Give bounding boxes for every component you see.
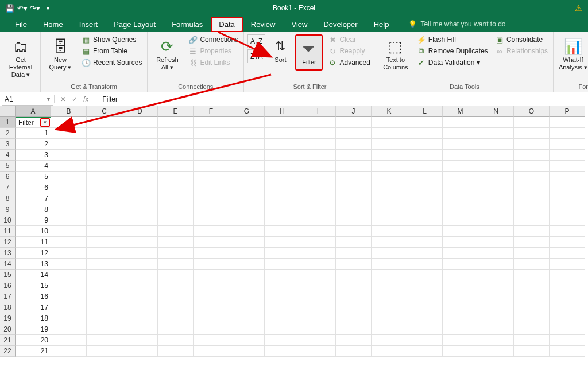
cell-F13[interactable] bbox=[194, 248, 229, 259]
cell-N10[interactable] bbox=[478, 215, 514, 226]
edit-links-button[interactable]: ⛓Edit Links bbox=[187, 57, 240, 68]
cell-J12[interactable] bbox=[336, 237, 372, 248]
cell-C1[interactable] bbox=[87, 117, 122, 128]
cell-I16[interactable] bbox=[300, 280, 336, 291]
save-icon[interactable]: 💾 bbox=[5, 3, 15, 13]
cell-I8[interactable] bbox=[300, 193, 336, 204]
cell-C9[interactable] bbox=[87, 204, 122, 215]
cell-F1[interactable] bbox=[194, 117, 229, 128]
cell-N8[interactable] bbox=[478, 193, 514, 204]
cell-L18[interactable] bbox=[407, 302, 443, 313]
cell-I11[interactable] bbox=[300, 226, 336, 237]
cell-P6[interactable] bbox=[550, 172, 585, 182]
cell-N22[interactable] bbox=[478, 346, 514, 357]
get-external-data-button[interactable]: 🗂 Get External Data ▾ bbox=[5, 34, 37, 81]
cell-N6[interactable] bbox=[478, 172, 514, 182]
col-header-J[interactable]: J bbox=[336, 106, 372, 117]
cell-G17[interactable] bbox=[229, 291, 265, 302]
cell-J13[interactable] bbox=[336, 248, 372, 259]
col-header-N[interactable]: N bbox=[478, 106, 514, 117]
cell-O6[interactable] bbox=[514, 172, 550, 182]
tab-file[interactable]: File bbox=[7, 17, 35, 32]
cell-E18[interactable] bbox=[158, 302, 194, 313]
cell-N12[interactable] bbox=[478, 237, 514, 248]
col-header-O[interactable]: O bbox=[514, 106, 550, 117]
cell-F9[interactable] bbox=[194, 204, 229, 215]
col-header-C[interactable]: C bbox=[87, 106, 122, 117]
reapply-button[interactable]: ↻Reapply bbox=[326, 46, 372, 56]
cell-K13[interactable] bbox=[372, 248, 407, 259]
cell-N1[interactable] bbox=[478, 117, 514, 128]
cell-L17[interactable] bbox=[407, 291, 443, 302]
cell-M10[interactable] bbox=[443, 215, 478, 226]
cell-H19[interactable] bbox=[265, 313, 300, 324]
sort-asc-button[interactable]: A↓Z bbox=[247, 34, 265, 48]
cell-A12[interactable]: 11 bbox=[16, 237, 51, 248]
cell-P8[interactable] bbox=[550, 193, 585, 204]
row-header-21[interactable]: 21 bbox=[0, 335, 16, 346]
cell-B17[interactable] bbox=[51, 291, 87, 302]
cell-A6[interactable]: 5 bbox=[16, 172, 51, 182]
cell-K10[interactable] bbox=[372, 215, 407, 226]
cell-D22[interactable] bbox=[122, 346, 158, 357]
cell-C19[interactable] bbox=[87, 313, 122, 324]
alert-icon[interactable]: ⚠ bbox=[575, 3, 582, 13]
cell-M18[interactable] bbox=[443, 302, 478, 313]
cell-B9[interactable] bbox=[51, 204, 87, 215]
cell-F18[interactable] bbox=[194, 302, 229, 313]
cell-I5[interactable] bbox=[300, 161, 336, 172]
cell-P14[interactable] bbox=[550, 259, 585, 270]
cell-I9[interactable] bbox=[300, 204, 336, 215]
cell-P2[interactable] bbox=[550, 128, 585, 139]
col-header-G[interactable]: G bbox=[229, 106, 265, 117]
cell-N5[interactable] bbox=[478, 161, 514, 172]
cell-H15[interactable] bbox=[265, 270, 300, 280]
cell-P22[interactable] bbox=[550, 346, 585, 357]
cell-H16[interactable] bbox=[265, 280, 300, 291]
cell-D5[interactable] bbox=[122, 161, 158, 172]
cell-I12[interactable] bbox=[300, 237, 336, 248]
cell-I20[interactable] bbox=[300, 324, 336, 335]
cell-J11[interactable] bbox=[336, 226, 372, 237]
cell-D2[interactable] bbox=[122, 128, 158, 139]
cell-F2[interactable] bbox=[194, 128, 229, 139]
cell-O10[interactable] bbox=[514, 215, 550, 226]
cell-O3[interactable] bbox=[514, 139, 550, 150]
cell-A21[interactable]: 20 bbox=[16, 335, 51, 346]
cell-N11[interactable] bbox=[478, 226, 514, 237]
cell-D15[interactable] bbox=[122, 270, 158, 280]
cell-M3[interactable] bbox=[443, 139, 478, 150]
cell-J17[interactable] bbox=[336, 291, 372, 302]
col-header-M[interactable]: M bbox=[443, 106, 478, 117]
cell-L13[interactable] bbox=[407, 248, 443, 259]
cell-N19[interactable] bbox=[478, 313, 514, 324]
row-header-13[interactable]: 13 bbox=[0, 248, 16, 259]
cell-D1[interactable] bbox=[122, 117, 158, 128]
cell-C17[interactable] bbox=[87, 291, 122, 302]
cell-M2[interactable] bbox=[443, 128, 478, 139]
cell-K14[interactable] bbox=[372, 259, 407, 270]
cell-E13[interactable] bbox=[158, 248, 194, 259]
cell-O5[interactable] bbox=[514, 161, 550, 172]
row-header-3[interactable]: 3 bbox=[0, 139, 16, 150]
cell-P10[interactable] bbox=[550, 215, 585, 226]
cell-K15[interactable] bbox=[372, 270, 407, 280]
cell-M22[interactable] bbox=[443, 346, 478, 357]
cell-C12[interactable] bbox=[87, 237, 122, 248]
cell-A3[interactable]: 2 bbox=[16, 139, 51, 150]
cell-H11[interactable] bbox=[265, 226, 300, 237]
cell-A5[interactable]: 4 bbox=[16, 161, 51, 172]
cell-E11[interactable] bbox=[158, 226, 194, 237]
cell-F20[interactable] bbox=[194, 324, 229, 335]
cell-M20[interactable] bbox=[443, 324, 478, 335]
cell-P19[interactable] bbox=[550, 313, 585, 324]
cell-H21[interactable] bbox=[265, 335, 300, 346]
cell-C21[interactable] bbox=[87, 335, 122, 346]
row-header-22[interactable]: 22 bbox=[0, 346, 16, 357]
cell-K6[interactable] bbox=[372, 172, 407, 182]
cell-I3[interactable] bbox=[300, 139, 336, 150]
cell-M21[interactable] bbox=[443, 335, 478, 346]
flash-fill-button[interactable]: ⚡Flash Fill bbox=[415, 34, 490, 45]
cell-A4[interactable]: 3 bbox=[16, 150, 51, 161]
cancel-icon[interactable]: ✕ bbox=[60, 95, 66, 103]
